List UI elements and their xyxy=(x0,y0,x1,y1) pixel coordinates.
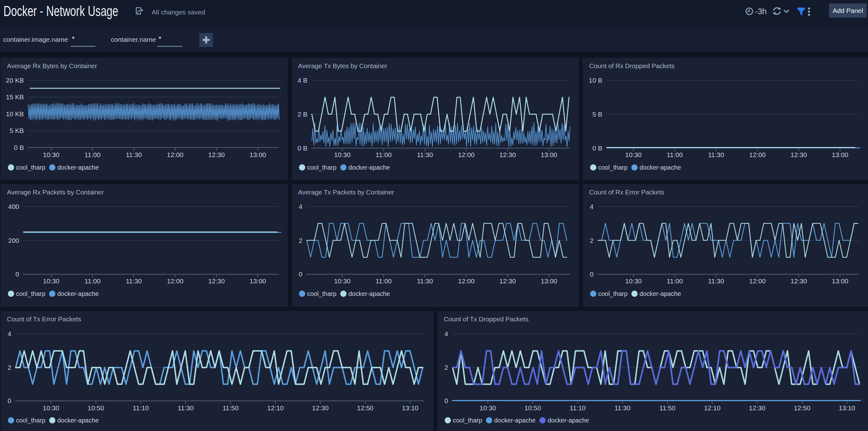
svg-text:cool_tharp: cool_tharp xyxy=(598,164,627,171)
svg-text:12:00: 12:00 xyxy=(167,277,184,285)
svg-text:-3h: -3h xyxy=(755,7,767,16)
svg-text:13:00: 13:00 xyxy=(250,277,266,285)
svg-text:2 B: 2 B xyxy=(298,111,307,118)
svg-text:0: 0 xyxy=(590,271,593,278)
svg-text:2: 2 xyxy=(444,364,448,371)
svg-text:10:30: 10:30 xyxy=(334,151,351,158)
svg-text:5 KB: 5 KB xyxy=(9,127,24,134)
svg-text:docker-apache: docker-apache xyxy=(57,290,99,297)
svg-text:0: 0 xyxy=(299,271,302,278)
svg-text:cool_tharp: cool_tharp xyxy=(16,164,45,171)
svg-text:0: 0 xyxy=(7,397,11,404)
svg-text:12:30: 12:30 xyxy=(749,404,766,411)
svg-text:400: 400 xyxy=(8,203,19,210)
svg-text:11:30: 11:30 xyxy=(417,151,433,158)
svg-text:11:30: 11:30 xyxy=(126,277,142,285)
svg-text:docker-apache: docker-apache xyxy=(348,290,390,297)
svg-text:docker-apache: docker-apache xyxy=(57,164,99,171)
svg-text:11:30: 11:30 xyxy=(178,404,194,411)
svg-text:13:00: 13:00 xyxy=(250,151,266,158)
svg-text:12:50: 12:50 xyxy=(794,404,810,411)
svg-text:Docker - Network Usage: Docker - Network Usage xyxy=(3,3,118,19)
svg-text:12:00: 12:00 xyxy=(749,277,766,285)
svg-text:12:00: 12:00 xyxy=(458,151,475,158)
svg-text:11:10: 11:10 xyxy=(570,404,586,411)
svg-text:Average Tx Bytes by Container: Average Tx Bytes by Container xyxy=(298,62,387,69)
svg-text:4: 4 xyxy=(299,203,302,210)
svg-text:12:00: 12:00 xyxy=(458,277,475,285)
svg-text:11:50: 11:50 xyxy=(659,404,676,411)
svg-text:13:00: 13:00 xyxy=(541,151,557,158)
svg-text:11:30: 11:30 xyxy=(615,404,630,411)
svg-text:11:30: 11:30 xyxy=(126,151,142,158)
svg-text:10:30: 10:30 xyxy=(625,151,642,158)
svg-text:docker-apache: docker-apache xyxy=(640,290,681,297)
svg-text:12:30: 12:30 xyxy=(208,277,225,285)
svg-text:cool_tharp: cool_tharp xyxy=(16,417,45,424)
svg-text:2: 2 xyxy=(590,237,593,244)
svg-text:docker-apache: docker-apache xyxy=(57,417,99,424)
svg-text:12:50: 12:50 xyxy=(357,404,374,411)
svg-text:10 B: 10 B xyxy=(589,76,602,84)
svg-text:Add Panel: Add Panel xyxy=(833,7,863,14)
svg-text:11:00: 11:00 xyxy=(667,277,683,285)
svg-text:Average Rx Bytes by Container: Average Rx Bytes by Container xyxy=(7,62,97,69)
svg-text:10:30: 10:30 xyxy=(479,404,496,411)
svg-text:4: 4 xyxy=(444,330,448,337)
svg-text:13:00: 13:00 xyxy=(832,151,848,158)
svg-text:10:30: 10:30 xyxy=(334,277,351,285)
svg-text:Count of Tx Dropped Packets: Count of Tx Dropped Packets xyxy=(444,315,529,322)
svg-text:0: 0 xyxy=(444,397,448,404)
svg-text:10:50: 10:50 xyxy=(88,404,104,411)
svg-text:10:30: 10:30 xyxy=(43,404,59,411)
svg-text:13:10: 13:10 xyxy=(839,404,856,411)
svg-text:12:30: 12:30 xyxy=(499,277,516,285)
svg-text:Count of Rx Error Packets: Count of Rx Error Packets xyxy=(589,188,664,196)
svg-text:Count of Tx Error Packets: Count of Tx Error Packets xyxy=(7,315,81,322)
svg-text:cool_tharp: cool_tharp xyxy=(16,290,45,298)
svg-text:11:10: 11:10 xyxy=(133,404,149,411)
svg-text:10 KB: 10 KB xyxy=(6,110,24,118)
svg-text:10:30: 10:30 xyxy=(43,151,60,158)
svg-text:Average Tx Packets by Containe: Average Tx Packets by Container xyxy=(298,188,394,196)
svg-text:12:30: 12:30 xyxy=(208,151,225,158)
svg-text:5 B: 5 B xyxy=(592,111,602,118)
svg-text:All changes saved: All changes saved xyxy=(152,8,205,16)
svg-text:2: 2 xyxy=(7,364,11,371)
svg-text:0 B: 0 B xyxy=(14,144,24,151)
svg-text:11:00: 11:00 xyxy=(376,151,392,158)
svg-text:10:30: 10:30 xyxy=(43,277,60,285)
svg-text:11:00: 11:00 xyxy=(85,151,100,158)
svg-text:Average Rx Packets by Containe: Average Rx Packets by Container xyxy=(7,188,104,196)
svg-text:0 B: 0 B xyxy=(298,145,307,152)
svg-text:container.image.name: container.image.name xyxy=(3,36,68,43)
svg-text:10:50: 10:50 xyxy=(524,404,541,411)
svg-text:cool_tharp: cool_tharp xyxy=(307,164,336,171)
svg-text:11:50: 11:50 xyxy=(223,404,239,411)
svg-text:12:10: 12:10 xyxy=(704,404,721,411)
svg-text:11:30: 11:30 xyxy=(708,151,724,158)
svg-text:docker-apache: docker-apache xyxy=(548,417,589,424)
svg-text:4: 4 xyxy=(590,203,593,210)
svg-text:cool_tharp: cool_tharp xyxy=(453,417,482,424)
svg-text:200: 200 xyxy=(8,237,19,244)
svg-text:12:10: 12:10 xyxy=(267,404,284,411)
svg-text:20 KB: 20 KB xyxy=(6,76,24,84)
svg-text:*: * xyxy=(72,35,75,43)
svg-text:4 B: 4 B xyxy=(298,76,307,84)
svg-text:container.name: container.name xyxy=(111,36,156,43)
svg-text:11:00: 11:00 xyxy=(85,277,100,285)
svg-text:0 B: 0 B xyxy=(592,145,602,152)
svg-text:*: * xyxy=(159,35,161,43)
svg-text:0: 0 xyxy=(16,271,19,278)
svg-text:12:30: 12:30 xyxy=(790,151,807,158)
svg-text:cool_tharp: cool_tharp xyxy=(307,290,336,298)
svg-text:4: 4 xyxy=(7,330,11,337)
svg-text:12:00: 12:00 xyxy=(167,151,184,158)
svg-text:11:00: 11:00 xyxy=(667,151,683,158)
svg-text:12:30: 12:30 xyxy=(790,277,807,285)
svg-text:11:30: 11:30 xyxy=(708,277,724,285)
svg-text:11:30: 11:30 xyxy=(417,277,433,285)
svg-text:15 KB: 15 KB xyxy=(6,93,24,100)
svg-text:docker-apache: docker-apache xyxy=(640,164,681,171)
